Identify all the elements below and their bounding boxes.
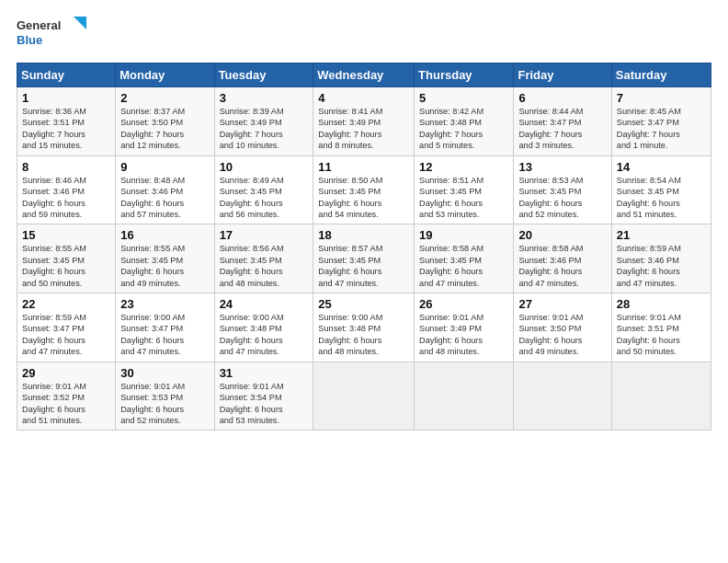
cell-sun-info: Sunrise: 8:48 AM Sunset: 3:46 PM Dayligh… [120, 176, 185, 219]
calendar-cell: 14Sunrise: 8:54 AM Sunset: 3:45 PM Dayli… [611, 155, 711, 224]
cell-sun-info: Sunrise: 9:00 AM Sunset: 3:48 PM Dayligh… [220, 313, 284, 356]
cell-sun-info: Sunrise: 8:49 AM Sunset: 3:45 PM Dayligh… [220, 176, 284, 219]
calendar-cell: 11Sunrise: 8:50 AM Sunset: 3:45 PM Dayli… [313, 155, 415, 224]
calendar-cell: 6Sunrise: 8:44 AM Sunset: 3:47 PM Daylig… [514, 87, 611, 156]
day-number: 8 [22, 160, 110, 174]
calendar-week-1: 1Sunrise: 8:36 AM Sunset: 3:51 PM Daylig… [17, 87, 711, 156]
day-number: 11 [318, 160, 409, 174]
calendar-week-2: 8Sunrise: 8:46 AM Sunset: 3:46 PM Daylig… [17, 155, 711, 224]
day-number: 17 [220, 228, 309, 242]
calendar-cell: 1Sunrise: 8:36 AM Sunset: 3:51 PM Daylig… [17, 87, 116, 156]
day-number: 26 [419, 297, 508, 311]
day-number: 25 [318, 297, 409, 311]
calendar-cell: 29Sunrise: 9:01 AM Sunset: 3:52 PM Dayli… [17, 362, 116, 431]
day-number: 20 [518, 228, 606, 242]
calendar-cell: 19Sunrise: 8:58 AM Sunset: 3:45 PM Dayli… [415, 224, 514, 293]
calendar-cell: 9Sunrise: 8:48 AM Sunset: 3:46 PM Daylig… [116, 155, 214, 224]
day-number: 21 [617, 228, 706, 242]
day-number: 9 [120, 160, 209, 174]
cell-sun-info: Sunrise: 8:56 AM Sunset: 3:45 PM Dayligh… [220, 244, 284, 287]
calendar-cell: 13Sunrise: 8:53 AM Sunset: 3:45 PM Dayli… [514, 155, 611, 224]
cell-sun-info: Sunrise: 9:01 AM Sunset: 3:52 PM Dayligh… [22, 382, 86, 425]
calendar-cell: 21Sunrise: 8:59 AM Sunset: 3:46 PM Dayli… [611, 224, 711, 293]
cell-sun-info: Sunrise: 8:53 AM Sunset: 3:45 PM Dayligh… [518, 176, 583, 219]
calendar-cell: 31Sunrise: 9:01 AM Sunset: 3:54 PM Dayli… [214, 362, 313, 431]
day-number: 5 [419, 91, 508, 105]
calendar-cell: 15Sunrise: 8:55 AM Sunset: 3:45 PM Dayli… [17, 224, 116, 293]
weekday-header-friday: Friday [514, 63, 611, 87]
weekday-header-saturday: Saturday [611, 63, 711, 87]
day-number: 29 [22, 366, 110, 380]
cell-sun-info: Sunrise: 8:58 AM Sunset: 3:45 PM Dayligh… [419, 244, 483, 287]
cell-sun-info: Sunrise: 9:00 AM Sunset: 3:47 PM Dayligh… [120, 313, 185, 356]
day-number: 18 [318, 228, 409, 242]
day-number: 16 [120, 228, 209, 242]
cell-sun-info: Sunrise: 8:42 AM Sunset: 3:48 PM Dayligh… [419, 107, 483, 150]
day-number: 28 [617, 297, 706, 311]
calendar-cell: 22Sunrise: 8:59 AM Sunset: 3:47 PM Dayli… [17, 293, 116, 362]
day-number: 6 [518, 91, 606, 105]
weekday-header-tuesday: Tuesday [214, 63, 313, 87]
day-number: 19 [419, 228, 508, 242]
svg-marker-2 [74, 17, 86, 29]
cell-sun-info: Sunrise: 9:00 AM Sunset: 3:48 PM Dayligh… [318, 313, 382, 356]
day-number: 12 [419, 160, 508, 174]
day-number: 14 [617, 160, 706, 174]
calendar-cell: 7Sunrise: 8:45 AM Sunset: 3:47 PM Daylig… [611, 87, 711, 156]
calendar-cell [514, 362, 611, 431]
day-number: 22 [22, 297, 110, 311]
cell-sun-info: Sunrise: 9:01 AM Sunset: 3:54 PM Dayligh… [220, 382, 284, 425]
logo-svg: General Blue [17, 15, 90, 53]
day-number: 15 [22, 228, 110, 242]
calendar-week-5: 29Sunrise: 9:01 AM Sunset: 3:52 PM Dayli… [17, 362, 711, 431]
day-number: 31 [220, 366, 309, 380]
cell-sun-info: Sunrise: 8:55 AM Sunset: 3:45 PM Dayligh… [22, 244, 86, 287]
calendar-week-4: 22Sunrise: 8:59 AM Sunset: 3:47 PM Dayli… [17, 293, 711, 362]
calendar-cell: 27Sunrise: 9:01 AM Sunset: 3:50 PM Dayli… [514, 293, 611, 362]
calendar-cell [611, 362, 711, 431]
cell-sun-info: Sunrise: 8:45 AM Sunset: 3:47 PM Dayligh… [617, 107, 681, 150]
calendar-cell: 16Sunrise: 8:55 AM Sunset: 3:45 PM Dayli… [116, 224, 214, 293]
calendar-cell: 8Sunrise: 8:46 AM Sunset: 3:46 PM Daylig… [17, 155, 116, 224]
cell-sun-info: Sunrise: 8:44 AM Sunset: 3:47 PM Dayligh… [518, 107, 583, 150]
weekday-header-sunday: Sunday [17, 63, 116, 87]
calendar-cell: 18Sunrise: 8:57 AM Sunset: 3:45 PM Dayli… [313, 224, 415, 293]
cell-sun-info: Sunrise: 8:55 AM Sunset: 3:45 PM Dayligh… [120, 244, 185, 287]
day-number: 10 [220, 160, 309, 174]
day-number: 1 [22, 91, 110, 105]
calendar-cell: 26Sunrise: 9:01 AM Sunset: 3:49 PM Dayli… [415, 293, 514, 362]
day-number: 24 [220, 297, 309, 311]
calendar-cell: 10Sunrise: 8:49 AM Sunset: 3:45 PM Dayli… [214, 155, 313, 224]
calendar-cell: 28Sunrise: 9:01 AM Sunset: 3:51 PM Dayli… [611, 293, 711, 362]
calendar-cell: 17Sunrise: 8:56 AM Sunset: 3:45 PM Dayli… [214, 224, 313, 293]
calendar-week-3: 15Sunrise: 8:55 AM Sunset: 3:45 PM Dayli… [17, 224, 711, 293]
day-number: 2 [120, 91, 209, 105]
day-number: 7 [617, 91, 706, 105]
day-number: 3 [220, 91, 309, 105]
calendar-cell: 12Sunrise: 8:51 AM Sunset: 3:45 PM Dayli… [415, 155, 514, 224]
weekday-header-monday: Monday [116, 63, 214, 87]
calendar-table: SundayMondayTuesdayWednesdayThursdayFrid… [17, 63, 711, 431]
calendar-cell: 4Sunrise: 8:41 AM Sunset: 3:49 PM Daylig… [313, 87, 415, 156]
weekday-header-row: SundayMondayTuesdayWednesdayThursdayFrid… [17, 63, 711, 87]
calendar-cell: 25Sunrise: 9:00 AM Sunset: 3:48 PM Dayli… [313, 293, 415, 362]
cell-sun-info: Sunrise: 9:01 AM Sunset: 3:51 PM Dayligh… [617, 313, 681, 356]
day-number: 27 [518, 297, 606, 311]
cell-sun-info: Sunrise: 8:46 AM Sunset: 3:46 PM Dayligh… [22, 176, 86, 219]
cell-sun-info: Sunrise: 8:57 AM Sunset: 3:45 PM Dayligh… [318, 244, 382, 287]
cell-sun-info: Sunrise: 9:01 AM Sunset: 3:50 PM Dayligh… [518, 313, 583, 356]
calendar-cell [313, 362, 415, 431]
cell-sun-info: Sunrise: 8:41 AM Sunset: 3:49 PM Dayligh… [318, 107, 382, 150]
weekday-header-wednesday: Wednesday [313, 63, 415, 87]
logo: General Blue [17, 15, 90, 53]
cell-sun-info: Sunrise: 8:58 AM Sunset: 3:46 PM Dayligh… [518, 244, 583, 287]
calendar-cell: 24Sunrise: 9:00 AM Sunset: 3:48 PM Dayli… [214, 293, 313, 362]
calendar-cell [415, 362, 514, 431]
cell-sun-info: Sunrise: 8:50 AM Sunset: 3:45 PM Dayligh… [318, 176, 382, 219]
cell-sun-info: Sunrise: 8:51 AM Sunset: 3:45 PM Dayligh… [419, 176, 483, 219]
cell-sun-info: Sunrise: 8:39 AM Sunset: 3:49 PM Dayligh… [220, 107, 284, 150]
cell-sun-info: Sunrise: 8:36 AM Sunset: 3:51 PM Dayligh… [22, 107, 86, 150]
cell-sun-info: Sunrise: 9:01 AM Sunset: 3:49 PM Dayligh… [419, 313, 483, 356]
page: General Blue SundayMondayTuesdayWednesda… [0, 0, 728, 440]
cell-sun-info: Sunrise: 9:01 AM Sunset: 3:53 PM Dayligh… [120, 382, 185, 425]
